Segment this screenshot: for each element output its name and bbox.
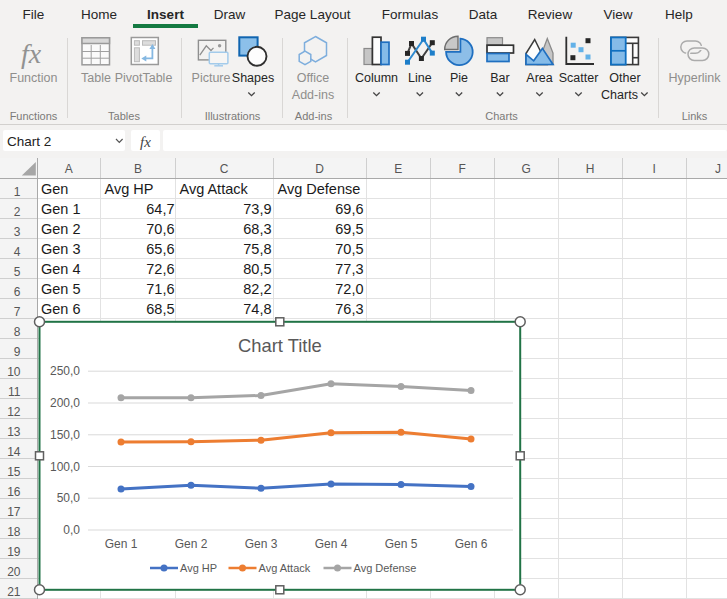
svg-text:G: G	[522, 162, 531, 176]
svg-text:20: 20	[7, 565, 21, 579]
svg-text:69,5: 69,5	[335, 221, 363, 237]
svg-text:fx: fx	[21, 38, 42, 69]
svg-text:Gen 5: Gen 5	[385, 537, 418, 551]
svg-text:68,3: 68,3	[243, 221, 271, 237]
svg-text:200,0: 200,0	[50, 396, 80, 410]
svg-text:6: 6	[14, 285, 21, 299]
svg-text:3: 3	[14, 225, 21, 239]
svg-text:8: 8	[14, 325, 21, 339]
svg-text:70,5: 70,5	[335, 241, 363, 257]
svg-text:82,2: 82,2	[243, 281, 271, 297]
svg-text:150,0: 150,0	[50, 428, 80, 442]
svg-text:Avg HP: Avg HP	[180, 562, 217, 574]
svg-text:80,5: 80,5	[243, 261, 271, 277]
svg-text:50,0: 50,0	[57, 491, 81, 505]
svg-text:21: 21	[7, 585, 21, 599]
svg-text:J: J	[715, 162, 721, 176]
svg-text:71,6: 71,6	[146, 281, 174, 297]
svg-text:9: 9	[14, 345, 21, 359]
svg-text:70,6: 70,6	[146, 221, 174, 237]
svg-text:69,6: 69,6	[335, 201, 363, 217]
svg-text:I: I	[653, 162, 656, 176]
svg-text:76,3: 76,3	[335, 301, 363, 317]
svg-text:Gen 6: Gen 6	[455, 537, 488, 551]
svg-text:250,0: 250,0	[50, 364, 80, 378]
svg-text:4: 4	[14, 245, 21, 259]
svg-text:Avg Defense: Avg Defense	[354, 562, 417, 574]
svg-text:73,9: 73,9	[243, 201, 271, 217]
svg-text:10: 10	[7, 365, 21, 379]
svg-text:2: 2	[14, 205, 21, 219]
svg-text:C: C	[220, 162, 229, 176]
svg-text:64,7: 64,7	[146, 201, 174, 217]
svg-text:19: 19	[7, 545, 21, 559]
svg-text:75,8: 75,8	[243, 241, 271, 257]
svg-text:11: 11	[8, 385, 21, 399]
svg-text:74,8: 74,8	[243, 301, 271, 317]
svg-text:12: 12	[7, 405, 21, 419]
svg-text:100,0: 100,0	[50, 460, 80, 474]
svg-text:17: 17	[7, 505, 21, 519]
svg-text:Avg Defense: Avg Defense	[278, 181, 361, 197]
svg-text:Chart Title: Chart Title	[238, 335, 322, 356]
svg-text:Avg Attack: Avg Attack	[259, 562, 311, 574]
svg-text:F: F	[459, 162, 466, 176]
svg-text:72,6: 72,6	[146, 261, 174, 277]
svg-text:72,0: 72,0	[335, 281, 363, 297]
svg-text:13: 13	[7, 425, 21, 439]
svg-text:A: A	[65, 162, 73, 176]
svg-text:D: D	[315, 162, 324, 176]
svg-text:15: 15	[7, 465, 21, 479]
svg-text:77,3: 77,3	[335, 261, 363, 277]
svg-text:Avg Attack: Avg Attack	[180, 181, 249, 197]
svg-text:H: H	[586, 162, 595, 176]
svg-text:Gen 1: Gen 1	[105, 537, 138, 551]
svg-text:65,6: 65,6	[146, 241, 174, 257]
svg-text:16: 16	[7, 485, 21, 499]
svg-text:Gen 1: Gen 1	[41, 201, 81, 217]
svg-text:Avg HP: Avg HP	[105, 181, 154, 197]
svg-text:5: 5	[14, 265, 21, 279]
svg-text:B: B	[134, 162, 142, 176]
svg-text:0,0: 0,0	[63, 523, 80, 537]
svg-text:E: E	[394, 162, 402, 176]
svg-text:fx: fx	[140, 134, 151, 150]
svg-text:18: 18	[7, 525, 21, 539]
svg-text:Gen 2: Gen 2	[175, 537, 208, 551]
svg-text:7: 7	[14, 305, 21, 319]
svg-text:Gen 3: Gen 3	[41, 241, 81, 257]
svg-text:Gen 5: Gen 5	[41, 281, 81, 297]
svg-text:Gen 3: Gen 3	[245, 537, 278, 551]
svg-text:1: 1	[14, 185, 21, 199]
svg-text:Gen: Gen	[41, 181, 68, 197]
svg-text:Gen 6: Gen 6	[41, 301, 81, 317]
svg-text:68,5: 68,5	[146, 301, 174, 317]
svg-text:Gen 4: Gen 4	[41, 261, 81, 277]
svg-text:Gen 4: Gen 4	[315, 537, 348, 551]
svg-text:Gen 2: Gen 2	[41, 221, 81, 237]
svg-text:14: 14	[7, 445, 21, 459]
